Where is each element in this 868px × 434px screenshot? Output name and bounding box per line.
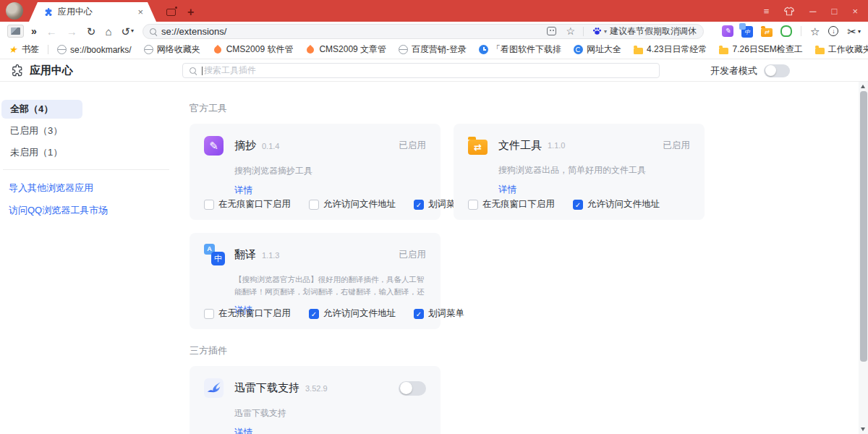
mini-window-icon[interactable]	[166, 9, 176, 16]
import-from-other-browsers-link[interactable]: 导入其他浏览器应用	[9, 182, 181, 195]
plugin-options: 在无痕窗口下启用 允许访问文件地址 划词菜单	[204, 198, 464, 210]
plugin-card-thunder: 迅雷下载支持 3.52.9 迅雷下载支持 详情	[190, 366, 441, 434]
new-tab-button[interactable]: +	[187, 7, 194, 18]
excerpt-extension-icon[interactable]	[722, 25, 733, 37]
divider	[48, 45, 48, 54]
plugin-name: 迅雷下载支持	[234, 381, 299, 395]
address-url[interactable]: se://extensions/	[161, 26, 226, 37]
reload-icon[interactable]: ↻	[87, 26, 96, 37]
sidebar-item-disabled[interactable]: 未启用（1）	[1, 143, 82, 162]
spark-icon	[574, 45, 583, 54]
official-tools-grid: 摘抄 0.1.4 已启用 搜狗浏览器摘抄工具 详情 在无痕窗口下启用 允许访问文…	[190, 124, 705, 329]
app-center-puzzle-icon	[10, 64, 23, 77]
window-close-icon[interactable]: ×	[852, 7, 858, 16]
card-head: 迅雷下载支持 3.52.9	[204, 378, 426, 398]
favorites-icon[interactable]: ☆	[810, 26, 820, 37]
detail-link[interactable]: 详情	[234, 184, 252, 197]
reader-mode-icon[interactable]	[547, 27, 556, 35]
chevron-down-icon[interactable]: ▾	[604, 28, 607, 35]
address-bar-right: ☆ ▾ 建议春节假期取消调休	[547, 25, 697, 38]
qq-browser-market-link[interactable]: 访问QQ浏览器工具市场	[9, 204, 181, 217]
green-extension-icon[interactable]	[780, 25, 792, 37]
favorite-star-icon[interactable]: ☆	[566, 26, 575, 36]
address-bar[interactable]: se://extensions/ ☆ ▾ 建议春节假期取消调休	[142, 24, 704, 39]
plugin-list: 官方工具 摘抄 0.1.4 已启用 搜狗浏览器摘抄工具 详情 在无痕窗口下启用 …	[190, 82, 705, 434]
plugin-version: 1.1.0	[548, 141, 565, 150]
user-avatar[interactable]	[6, 2, 23, 20]
bookmark-item[interactable]: CMS2009 文章管	[305, 43, 386, 56]
skin-shirt-icon[interactable]	[784, 7, 794, 16]
back-icon[interactable]: ←	[46, 26, 57, 37]
text-caret	[202, 67, 203, 75]
checkbox[interactable]	[204, 200, 214, 210]
checkbox[interactable]	[573, 200, 583, 210]
reopen-closed-tab-button[interactable]: ↺ ▾	[121, 26, 134, 37]
forward-icon[interactable]: →	[67, 26, 77, 37]
option-file-access[interactable]: 允许访问文件地址	[309, 198, 396, 210]
download-icon[interactable]: ↓	[828, 26, 838, 36]
developer-mode-toggle[interactable]	[764, 64, 790, 77]
bookmark-item[interactable]: 网络收藏夹	[144, 43, 200, 56]
globe-icon	[144, 45, 153, 54]
search-icon	[190, 67, 196, 74]
page-scrollbar[interactable]	[859, 82, 868, 434]
home-icon[interactable]: ⌂	[105, 26, 111, 37]
checkbox[interactable]	[468, 200, 478, 210]
sidebar-thumbnail-button[interactable]	[7, 25, 24, 38]
divider	[583, 27, 584, 36]
undo-icon: ↺	[121, 26, 130, 37]
bookmark-item[interactable]: 百度营销-登录	[399, 43, 467, 56]
bookmark-item[interactable]: 网址大全	[574, 43, 621, 56]
hot-search-text[interactable]: 建议春节假期取消调休	[610, 25, 697, 38]
scroll-up-arrow-icon[interactable]	[861, 85, 865, 88]
maximize-icon[interactable]: □	[832, 7, 838, 16]
card-head: 摘抄 0.1.4 已启用	[204, 136, 426, 156]
checkbox[interactable]	[414, 200, 424, 210]
bookmark-folder[interactable]: 4.23日日常经常	[634, 43, 707, 56]
checkbox[interactable]	[414, 309, 424, 319]
expand-toolbar-icon[interactable]: »	[31, 26, 37, 36]
checkbox[interactable]	[309, 200, 319, 210]
window-controls: ≡ ─ □ ×	[764, 0, 858, 22]
bookmark-item[interactable]: se://bookmarks/	[57, 45, 132, 55]
folder-icon	[719, 48, 728, 54]
bookmark-item[interactable]: CMS2009 软件管	[213, 43, 294, 56]
option-incognito[interactable]: 在无痕窗口下启用	[204, 307, 291, 320]
detail-link[interactable]: 详情	[234, 427, 252, 434]
bookmark-folder[interactable]: 7.26日SEM检查工	[719, 43, 802, 56]
plugin-search-input[interactable]: 搜索工具插件	[182, 63, 660, 78]
browser-tab-app-center[interactable]: 应用中心 ×	[29, 2, 156, 22]
toggle-knob	[765, 65, 776, 76]
option-word-menu[interactable]: 划词菜单	[414, 307, 464, 320]
screenshot-button[interactable]: ✂ ▾	[847, 26, 861, 37]
plugin-description: 搜狗浏览器出品，简单好用的文件工具	[498, 163, 690, 177]
chevron-down-icon: ▾	[858, 28, 861, 35]
option-file-access[interactable]: 允许访问文件地址	[573, 198, 660, 210]
detail-link[interactable]: 详情	[498, 184, 516, 196]
sidebar-item-enabled[interactable]: 已启用（3）	[1, 122, 82, 140]
option-incognito[interactable]: 在无痕窗口下启用	[204, 198, 291, 210]
puzzle-tab-icon	[43, 7, 53, 17]
sidebar-item-all[interactable]: 全部（4）	[1, 100, 82, 119]
scroll-down-arrow-icon[interactable]	[861, 427, 865, 431]
bookmark-folder[interactable]: 工作收藏夹	[815, 43, 868, 56]
scrollbar-thumb[interactable]	[860, 91, 867, 362]
baidu-paw-icon[interactable]	[592, 26, 603, 36]
excerpt-plugin-icon	[204, 136, 224, 156]
menu-icon[interactable]: ≡	[764, 7, 770, 16]
globe-icon	[399, 45, 408, 54]
plugin-card-file-tool: 文件工具 1.1.0 已启用 搜狗浏览器出品，简单好用的文件工具 详情 在无痕窗…	[454, 124, 705, 220]
bookmark-item[interactable]: 书签	[9, 43, 39, 56]
plugin-enable-toggle[interactable]	[399, 381, 426, 396]
plugin-options: 在无痕窗口下启用 允许访问文件地址	[468, 198, 660, 210]
file-tool-extension-icon[interactable]	[761, 28, 773, 37]
checkbox[interactable]	[204, 309, 214, 319]
option-incognito[interactable]: 在无痕窗口下启用	[468, 198, 555, 210]
bookmark-item[interactable]: 「看图软件下载排	[479, 43, 561, 56]
minimize-icon[interactable]: ─	[809, 7, 816, 16]
tab-close-icon[interactable]: ×	[137, 7, 143, 17]
translate-extension-icon[interactable]	[741, 26, 753, 38]
checkbox[interactable]	[309, 309, 319, 319]
option-file-access[interactable]: 允许访问文件地址	[309, 307, 396, 320]
plugin-version: 0.1.4	[262, 142, 279, 150]
